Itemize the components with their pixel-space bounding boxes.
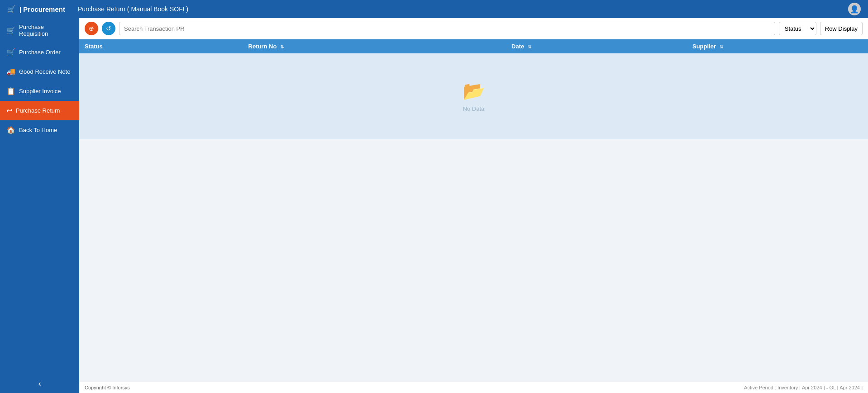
sidebar-item-good-receive-note[interactable]: 🚚 Good Receive Note	[0, 62, 79, 81]
col-status[interactable]: Status	[79, 39, 243, 53]
sidebar-item-purchase-order[interactable]: 🛒 Purchase Order	[0, 43, 79, 62]
toolbar: ⊕ ↺ Status Active Inactive All Row Displ…	[79, 18, 868, 39]
data-table: Status Return No ⇅ Date ⇅ Supplier ⇅	[79, 39, 868, 139]
sidebar-collapse-btn[interactable]: ‹	[0, 374, 79, 393]
user-avatar[interactable]: 👤	[848, 3, 861, 15]
refresh-icon: ↺	[106, 25, 111, 32]
sidebar-item-supplier-invoice[interactable]: 📋 Supplier Invoice	[0, 81, 79, 101]
status-dropdown[interactable]: Status Active Inactive All	[779, 22, 816, 35]
user-icon: 👤	[850, 5, 859, 14]
sidebar-item-label: Purchase Requisition	[19, 24, 73, 37]
col-supplier[interactable]: Supplier ⇅	[687, 39, 868, 53]
sidebar-item-purchase-return[interactable]: ↩ Purchase Return	[0, 101, 79, 120]
sort-arrows-icon: ⇅	[528, 44, 531, 49]
sidebar-item-label: Purchase Return	[16, 107, 60, 114]
page-title: Purchase Return ( Manual Book SOFI )	[78, 5, 188, 13]
add-icon: ⊕	[89, 25, 94, 32]
col-date-label: Date	[511, 43, 524, 50]
table-container: Status Return No ⇅ Date ⇅ Supplier ⇅	[79, 39, 868, 382]
row-display-button[interactable]: Row Display	[820, 22, 863, 35]
collapse-icon: ‹	[38, 379, 41, 388]
col-return-no-label: Return No	[248, 43, 277, 50]
sidebar-item-label: Good Receive Note	[19, 68, 70, 75]
sidebar-nav: 🛒 Purchase Requisition 🛒 Purchase Order …	[0, 18, 79, 140]
col-status-label: Status	[85, 43, 103, 50]
col-date[interactable]: Date ⇅	[506, 39, 687, 53]
search-input[interactable]	[119, 22, 775, 35]
return-icon: ↩	[6, 106, 12, 115]
add-button[interactable]: ⊕	[85, 22, 98, 35]
sidebar-item-label: Purchase Order	[19, 49, 61, 56]
no-data-cell: 📂 No Data	[79, 53, 868, 139]
sidebar-item-label: Supplier Invoice	[19, 88, 61, 95]
cart-icon: 🛒	[6, 26, 15, 35]
no-data-icon: 📂	[88, 80, 859, 102]
app-icon: 🛒	[7, 5, 16, 13]
copyright-text: Copyright © Inforsys	[85, 385, 130, 390]
col-return-no[interactable]: Return No ⇅	[243, 39, 506, 53]
sort-arrows-icon: ⇅	[280, 44, 284, 49]
home-icon: 🏠	[6, 126, 15, 134]
top-header: 🛒 | Procurement Purchase Return ( Manual…	[0, 0, 868, 18]
sidebar-item-label: Back To Home	[19, 127, 57, 133]
main-layout: 🛒 Purchase Requisition 🛒 Purchase Order …	[0, 18, 868, 393]
invoice-icon: 📋	[6, 87, 15, 95]
refresh-button[interactable]: ↺	[102, 22, 115, 35]
table-header: Status Return No ⇅ Date ⇅ Supplier ⇅	[79, 39, 868, 53]
app-name: | Procurement	[19, 5, 65, 13]
sidebar-item-back-to-home[interactable]: 🏠 Back To Home	[0, 120, 79, 140]
active-period-text: Active Period : Inventory [ Apr 2024 ] -…	[744, 385, 863, 390]
sidebar: 🛒 Purchase Requisition 🛒 Purchase Order …	[0, 18, 79, 393]
table-body: 📂 No Data	[79, 53, 868, 139]
no-data-text: No Data	[463, 105, 485, 112]
sidebar-item-purchase-requisition[interactable]: 🛒 Purchase Requisition	[0, 18, 79, 43]
footer: Copyright © Inforsys Active Period : Inv…	[79, 382, 868, 393]
app-branding: 🛒 | Procurement Purchase Return ( Manual…	[7, 5, 188, 13]
col-supplier-label: Supplier	[692, 43, 716, 50]
content-area: ⊕ ↺ Status Active Inactive All Row Displ…	[79, 18, 868, 393]
sort-arrows-icon: ⇅	[720, 44, 723, 49]
truck-icon: 🚚	[6, 67, 15, 76]
no-data-row: 📂 No Data	[79, 53, 868, 139]
cart2-icon: 🛒	[6, 48, 15, 57]
